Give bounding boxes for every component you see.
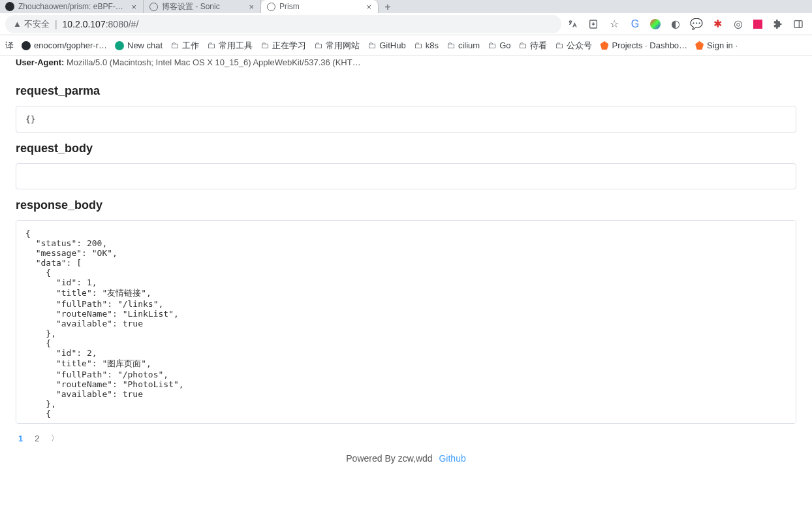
folder-icon: 🗀: [314, 40, 322, 50]
close-icon[interactable]: ×: [365, 2, 373, 12]
extension-icon-3[interactable]: 💬: [691, 18, 702, 30]
extension-icon-1[interactable]: [650, 19, 661, 29]
bookmark-label: Sign in ·: [707, 40, 738, 50]
browser-tab-0[interactable]: Zhouchaowen/prism: eBPF-ba… ×: [0, 0, 144, 13]
bookmark-item[interactable]: New chat: [115, 40, 163, 50]
pagination: 1 2 〉: [16, 424, 796, 448]
extension-icon-5[interactable]: ◎: [732, 18, 744, 30]
browser-tab-strip: Zhouchaowen/prism: eBPF-ba… × 博客设置 - Son…: [0, 0, 812, 13]
folder-icon: 🗀: [555, 40, 563, 50]
bookmark-label: 正在学习: [272, 40, 306, 52]
bookmark-label: Go: [499, 40, 510, 50]
bookmark-label: 译: [5, 40, 14, 52]
section-title-request-body: request_body: [16, 142, 796, 155]
next-page-icon[interactable]: 〉: [51, 433, 59, 444]
new-tab-button[interactable]: +: [379, 1, 397, 13]
bookmark-folder[interactable]: 🗀公众号: [555, 40, 592, 52]
bookmark-label: Projects · Dashbo…: [612, 40, 687, 50]
bookmark-folder[interactable]: 🗀工作: [170, 40, 199, 52]
bookmark-folder[interactable]: 🗀常用网站: [314, 40, 360, 52]
bookmark-folder[interactable]: 🗀cilium: [446, 40, 480, 50]
request-parma-box[interactable]: {}: [16, 106, 796, 133]
tab-title: 博客设置 - Sonic: [162, 1, 243, 12]
extension-icon-6[interactable]: [753, 20, 762, 29]
user-agent-label: User-Agent:: [16, 57, 64, 67]
tab-title: Zhouchaowen/prism: eBPF-ba…: [18, 2, 126, 11]
security-warning[interactable]: ▲ 不安全: [13, 18, 50, 30]
bookmark-folder[interactable]: 🗀Go: [488, 40, 510, 50]
gitlab-icon: [695, 41, 704, 50]
bookmark-folder[interactable]: 🗀常用工具: [207, 40, 253, 52]
bookmark-label: New chat: [127, 40, 163, 50]
url-path: :8080/#/: [106, 19, 139, 29]
extension-icon-4[interactable]: ✱: [711, 18, 723, 30]
bookmark-label: k8s: [426, 40, 439, 50]
folder-icon: 🗀: [414, 40, 422, 50]
folder-icon: 🗀: [207, 40, 215, 50]
section-title-response-body: response_body: [16, 198, 796, 212]
folder-icon: 🗀: [170, 40, 179, 50]
omnibox[interactable]: ▲ 不安全 | 10.2.0.107:8080/#/: [5, 15, 561, 33]
address-bar: ▲ 不安全 | 10.2.0.107:8080/#/ ☆ G ◐ 💬 ✱ ◎: [0, 13, 812, 35]
url-text: 10.2.0.107:8080/#/: [63, 19, 139, 29]
warning-icon: ▲: [13, 19, 22, 29]
separator: |: [55, 19, 57, 29]
folder-icon: 🗀: [446, 40, 455, 50]
bookmarks-bar: 译 enocom/gopher-r… New chat 🗀工作 🗀常用工具 🗀正…: [0, 35, 812, 56]
folder-icon: 🗀: [488, 40, 496, 50]
extensions-icon[interactable]: [772, 18, 783, 30]
extension-icon-2[interactable]: ◐: [670, 18, 681, 30]
bookmark-label: GitHub: [379, 40, 405, 50]
section-title-request-parma: request_parma: [16, 84, 796, 98]
folder-icon: 🗀: [260, 40, 269, 50]
response-body-box[interactable]: { "status": 200, "message": "OK", "data"…: [16, 220, 796, 424]
bookmark-label: 公众号: [567, 40, 592, 52]
globe-icon: [266, 2, 275, 11]
bookmark-label: cilium: [458, 40, 480, 50]
bookmark-folder[interactable]: 🗀GitHub: [367, 40, 405, 50]
bookmark-folder[interactable]: 🗀正在学习: [260, 40, 306, 52]
panel-icon[interactable]: [792, 18, 804, 30]
close-icon[interactable]: ×: [130, 2, 138, 12]
close-icon[interactable]: ×: [247, 2, 255, 12]
folder-icon: 🗀: [518, 40, 527, 50]
bookmark-label: 待看: [530, 40, 547, 52]
page-1[interactable]: 1: [18, 434, 23, 443]
user-agent-value: Mozilla/5.0 (Macintosh; Intel Mac OS X 1…: [67, 57, 361, 67]
tab-title: Prism: [279, 2, 361, 11]
request-body-box[interactable]: [16, 163, 796, 189]
bookmark-label: enocom/gopher-r…: [34, 40, 107, 50]
footer: Powered By zcw,wdd Github: [16, 448, 796, 464]
install-icon[interactable]: [587, 18, 599, 30]
gitlab-icon: [600, 41, 608, 50]
google-translate-ext-icon[interactable]: G: [629, 18, 641, 30]
bookmark-item[interactable]: Projects · Dashbo…: [600, 40, 687, 50]
github-icon: [5, 2, 14, 11]
bookmark-item[interactable]: Sign in ·: [695, 40, 738, 50]
browser-tab-2[interactable]: Prism ×: [261, 0, 379, 13]
bookmark-item[interactable]: 译: [5, 40, 14, 52]
footer-text: Powered By zcw,wdd: [346, 453, 432, 464]
github-icon: [22, 41, 31, 50]
page-2[interactable]: 2: [35, 434, 39, 443]
footer-github-link[interactable]: Github: [439, 453, 465, 464]
star-icon[interactable]: ☆: [608, 18, 620, 30]
globe-icon: [149, 2, 158, 11]
browser-tab-1[interactable]: 博客设置 - Sonic ×: [144, 0, 261, 13]
bookmark-label: 常用网站: [326, 40, 360, 52]
page-content: User-Agent: Mozilla/5.0 (Macintosh; Inte…: [0, 56, 812, 508]
bookmark-label: 常用工具: [219, 40, 253, 52]
folder-icon: 🗀: [367, 40, 376, 50]
bookmark-label: 工作: [182, 40, 199, 52]
chat-icon: [115, 41, 124, 50]
bookmark-item[interactable]: enocom/gopher-r…: [22, 40, 107, 50]
bookmark-folder[interactable]: 🗀待看: [518, 40, 547, 52]
translate-icon[interactable]: [567, 18, 578, 30]
user-agent-line: User-Agent: Mozilla/5.0 (Macintosh; Inte…: [16, 56, 796, 75]
url-host: 10.2.0.107: [63, 19, 106, 29]
security-label: 不安全: [24, 18, 50, 30]
svg-rect-1: [794, 20, 802, 27]
bookmark-folder[interactable]: 🗀k8s: [414, 40, 439, 50]
toolbar-icons: ☆ G ◐ 💬 ✱ ◎: [567, 18, 807, 30]
